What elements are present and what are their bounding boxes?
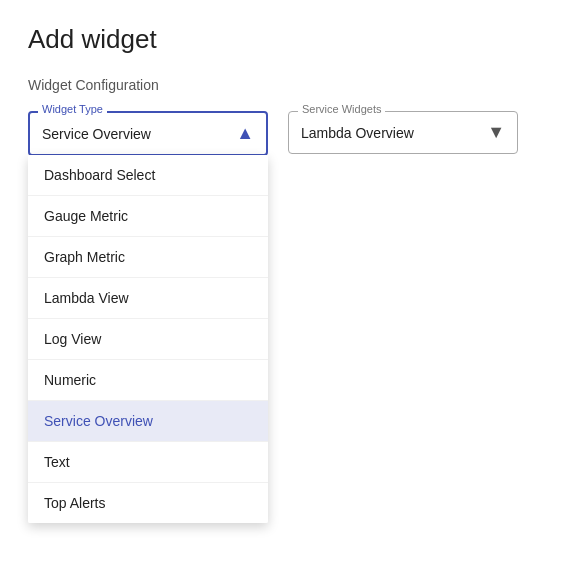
widget-type-selected-value: Service Overview [42,126,151,142]
widget-type-select[interactable]: Service Overview ▲ [28,111,268,156]
service-widgets-selected-value: Lambda Overview [301,125,414,141]
section-label: Widget Configuration [28,77,534,93]
page-title: Add widget [28,24,534,55]
dropdown-item[interactable]: Gauge Metric [28,196,268,237]
service-widgets-wrapper: Service Widgets Lambda Overview ▼ [288,111,518,154]
dropdown-item[interactable]: Top Alerts [28,483,268,523]
widget-type-arrow-icon: ▲ [236,123,254,144]
form-row: Widget Type Service Overview ▲ Dashboard… [28,111,534,156]
widget-type-select-wrapper: Widget Type Service Overview ▲ Dashboard… [28,111,268,156]
dropdown-item[interactable]: Service Overview [28,401,268,442]
dropdown-item[interactable]: Lambda View [28,278,268,319]
dropdown-item[interactable]: Text [28,442,268,483]
service-widgets-label: Service Widgets [298,103,385,115]
dropdown-item[interactable]: Numeric [28,360,268,401]
service-widgets-select[interactable]: Lambda Overview ▼ [288,111,518,154]
service-widgets-arrow-icon: ▼ [487,122,505,143]
dropdown-item[interactable]: Log View [28,319,268,360]
widget-type-dropdown: Dashboard SelectGauge MetricGraph Metric… [28,155,268,523]
dropdown-item[interactable]: Graph Metric [28,237,268,278]
dropdown-item[interactable]: Dashboard Select [28,155,268,196]
widget-type-label: Widget Type [38,103,107,115]
page-container: Add widget Widget Configuration Widget T… [0,0,562,180]
